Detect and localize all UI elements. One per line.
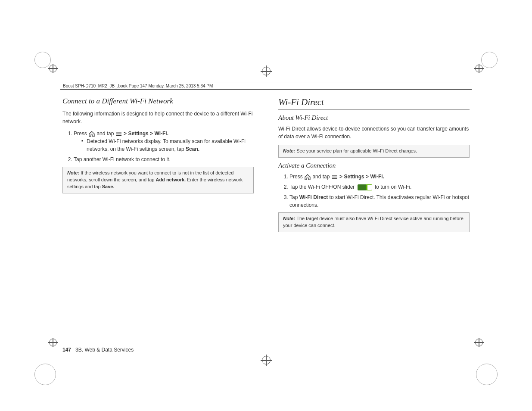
right-step-3: Tap Wi-Fi Direct to start Wi-Fi Direct. … (289, 193, 470, 209)
right-step-1: Press and tap (289, 173, 470, 181)
right-step2-text: Tap the Wi-Fi OFF/ON slider to turn on W… (289, 184, 411, 190)
left-intro-text: The following information is designed to… (62, 110, 254, 125)
right-note2-label: Note: (283, 216, 296, 221)
activate-title: Activate a Connection (278, 162, 470, 169)
reg-mark-tr (474, 64, 484, 73)
footer-section: 3B. Web & Data Services (75, 347, 134, 353)
footer-page-num: 147 (62, 347, 71, 353)
menu-icon (116, 131, 122, 137)
right-step1-settings: > Settings > (339, 174, 369, 180)
reg-mark-br (474, 338, 484, 347)
reg-mark-top-center (262, 67, 271, 75)
left-note-text: Note: If the wireless network you want t… (67, 170, 249, 190)
step1-press: Press (74, 131, 87, 137)
home-icon-2 (305, 174, 311, 180)
about-text: Wi-Fi Direct allows device-to-device con… (278, 125, 470, 140)
deco-circle-bl (34, 364, 56, 385)
right-note2-text: Note: The target device must also have W… (283, 215, 465, 229)
step1-and-tap: and tap (96, 131, 114, 137)
home-icon (89, 131, 95, 137)
right-note-box-1: Note: See your service plan for applicab… (278, 145, 470, 158)
svg-rect-2 (116, 135, 121, 136)
right-note-box-2: Note: The target device must also have W… (278, 212, 470, 232)
content-area: Connect to a Different Wi-Fi Network The… (62, 97, 470, 336)
reg-mark-bl (48, 338, 58, 347)
right-steps-list: Press and tap (283, 173, 470, 209)
reg-mark-tl (48, 64, 58, 73)
svg-rect-1 (116, 134, 121, 134)
menu-icon-2 (332, 174, 338, 180)
step1-text: Press and tap (74, 131, 168, 137)
header-bar-text: Boost SPH-D710_MR2_JB_.book Page 147 Mon… (63, 84, 213, 88)
step2-text: Tap another Wi-Fi network to connect to … (74, 156, 171, 162)
header-bar: Boost SPH-D710_MR2_JB_.book Page 147 Mon… (60, 82, 472, 90)
left-steps-list: Press and tap (67, 130, 254, 163)
step1-settings: > Settings > (124, 131, 153, 137)
deco-circle-tl (34, 52, 51, 68)
left-step-1: Press and tap (74, 130, 254, 153)
right-step1-wifi: Wi-Fi. (370, 174, 384, 180)
right-note1-text: Note: See your service plan for applicab… (283, 148, 465, 155)
step1-wifi: Wi-Fi. (154, 131, 168, 137)
right-step-2: Tap the Wi-Fi OFF/ON slider to turn on W… (289, 183, 470, 191)
deco-circle-tr (481, 52, 498, 68)
footer: 147 3B. Web & Data Services (62, 347, 470, 353)
left-section-title: Connect to a Different Wi-Fi Network (62, 97, 254, 106)
svg-rect-3 (332, 175, 337, 176)
step1-bullet: Detected Wi-Fi networks display. To manu… (81, 137, 254, 153)
right-step1-and-tap: and tap (312, 174, 330, 180)
right-column: Wi-Fi Direct About Wi-Fi Direct Wi-Fi Di… (266, 97, 470, 336)
page: Boost SPH-D710_MR2_JB_.book Page 147 Mon… (0, 0, 532, 411)
right-main-title: Wi-Fi Direct (278, 97, 470, 110)
svg-rect-4 (332, 177, 337, 177)
svg-rect-0 (116, 132, 121, 133)
right-step1-text: Press and tap (289, 174, 384, 180)
about-title: About Wi-Fi Direct (278, 114, 470, 121)
left-step-2: Tap another Wi-Fi network to connect to … (74, 156, 254, 163)
right-step1-press: Press (289, 174, 303, 180)
right-step3-text: Tap Wi-Fi Direct to start Wi-Fi Direct. … (289, 194, 469, 208)
left-note-label: Note: (67, 170, 81, 175)
deco-circle-br (476, 364, 498, 385)
left-column: Connect to a Different Wi-Fi Network The… (62, 97, 266, 336)
toggle-slider-icon (358, 184, 372, 190)
left-note-box: Note: If the wireless network you want t… (62, 167, 254, 193)
right-note1-label: Note: (283, 148, 296, 153)
svg-rect-5 (332, 178, 337, 179)
reg-mark-bottom-center (262, 356, 271, 364)
